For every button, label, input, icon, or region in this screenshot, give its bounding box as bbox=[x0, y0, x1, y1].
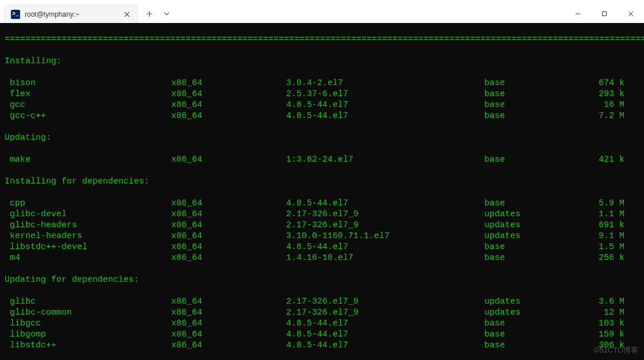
package-name: make bbox=[5, 154, 171, 165]
maximize-button[interactable] bbox=[591, 5, 618, 23]
package-row: gcc-c++x86_644.8.5-44.el7base7.2 M bbox=[5, 110, 639, 121]
package-row: libgccx86_644.8.5-44.el7base103 k bbox=[5, 318, 639, 329]
package-arch: x86_64 bbox=[171, 209, 286, 220]
package-arch: x86_64 bbox=[171, 198, 286, 209]
close-tab-button[interactable] bbox=[122, 10, 132, 19]
tab-dropdown-button[interactable] bbox=[159, 5, 175, 23]
package-repo: updates bbox=[484, 209, 593, 220]
package-arch: x86_64 bbox=[171, 318, 286, 329]
package-row: glibc-develx86_642.17-326.el7_9updates1.… bbox=[5, 209, 639, 220]
package-version: 2.5.37-6.el7 bbox=[286, 89, 484, 99]
package-row: gccx86_644.8.5-44.el7base16 M bbox=[5, 99, 639, 110]
svg-rect-0 bbox=[603, 12, 607, 16]
package-row: libstdc++x86_644.8.5-44.el7base306 k bbox=[5, 340, 639, 351]
package-version: 4.8.5-44.el7 bbox=[286, 198, 484, 209]
package-arch: x86_64 bbox=[171, 252, 286, 263]
package-name: bison bbox=[5, 78, 171, 89]
package-size: 293 k bbox=[593, 89, 639, 99]
package-version: 4.8.5-44.el7 bbox=[286, 110, 484, 121]
package-row: libstdc++-develx86_644.8.5-44.el7base1.5… bbox=[5, 242, 639, 252]
package-arch: x86_64 bbox=[171, 307, 286, 318]
package-size: 674 k bbox=[593, 78, 639, 89]
section-updating: Updating: bbox=[5, 132, 639, 143]
package-repo: base bbox=[484, 340, 593, 351]
package-size: 691 k bbox=[593, 220, 639, 231]
package-repo: base bbox=[484, 78, 593, 89]
package-repo: base bbox=[484, 99, 593, 110]
package-arch: x86_64 bbox=[171, 329, 286, 340]
package-arch: x86_64 bbox=[171, 231, 286, 242]
package-size: 421 k bbox=[593, 154, 639, 165]
package-repo: updates bbox=[484, 307, 593, 318]
tab-title: root@tymphany:~ bbox=[25, 10, 118, 18]
package-version: 1.4.16-10.el7 bbox=[286, 252, 484, 263]
package-arch: x86_64 bbox=[171, 110, 286, 121]
package-version: 4.8.5-44.el7 bbox=[286, 329, 484, 340]
package-version: 4.8.5-44.el7 bbox=[286, 99, 484, 110]
package-version: 4.8.5-44.el7 bbox=[286, 242, 484, 252]
package-repo: base bbox=[484, 110, 593, 121]
separator-line: ========================================… bbox=[5, 34, 639, 45]
package-repo: base bbox=[484, 329, 593, 340]
package-size: 3.6 M bbox=[593, 296, 639, 307]
package-name: glibc bbox=[5, 296, 171, 307]
new-tab-button[interactable] bbox=[140, 5, 159, 23]
package-version: 2.17-326.el7_9 bbox=[286, 209, 484, 220]
package-version: 2.17-326.el7_9 bbox=[286, 296, 484, 307]
package-row: makex86_641:3.82-24.el7base421 k bbox=[5, 154, 639, 165]
package-row: libgompx86_644.8.5-44.el7base159 k bbox=[5, 329, 639, 340]
package-row: glibcx86_642.17-326.el7_9updates3.6 M bbox=[5, 296, 639, 307]
package-row: cppx86_644.8.5-44.el7base5.9 M bbox=[5, 198, 639, 209]
package-version: 1:3.82-24.el7 bbox=[286, 154, 484, 165]
package-arch: x86_64 bbox=[171, 296, 286, 307]
package-size: 159 k bbox=[593, 329, 639, 340]
package-arch: x86_64 bbox=[171, 78, 286, 89]
package-repo: base bbox=[484, 242, 593, 252]
package-arch: x86_64 bbox=[171, 242, 286, 252]
window-controls bbox=[565, 5, 644, 23]
package-row: glibc-headersx86_642.17-326.el7_9updates… bbox=[5, 220, 639, 231]
package-row: bisonx86_643.0.4-2.el7base674 k bbox=[5, 78, 639, 89]
minimize-button[interactable] bbox=[565, 5, 591, 23]
package-size: 12 M bbox=[593, 307, 639, 318]
package-arch: x86_64 bbox=[171, 340, 286, 351]
titlebar: >_ root@tymphany:~ bbox=[0, 0, 644, 23]
package-size: 5.9 M bbox=[593, 198, 639, 209]
package-name: gcc bbox=[5, 99, 171, 110]
package-repo: base bbox=[484, 154, 593, 165]
package-repo: updates bbox=[484, 296, 593, 307]
package-size: 103 k bbox=[593, 318, 639, 329]
section-updating-deps: Updating for dependencies: bbox=[5, 274, 639, 285]
package-repo: base bbox=[484, 198, 593, 209]
package-version: 3.0.4-2.el7 bbox=[286, 78, 484, 89]
package-version: 2.17-326.el7_9 bbox=[286, 307, 484, 318]
package-version: 3.10.0-1160.71.1.el7 bbox=[286, 231, 484, 242]
tab-active[interactable]: >_ root@tymphany:~ bbox=[5, 5, 138, 23]
package-name: m4 bbox=[5, 252, 171, 263]
terminal-output[interactable]: ========================================… bbox=[0, 23, 644, 360]
package-size: 256 k bbox=[593, 252, 639, 263]
package-name: libgomp bbox=[5, 329, 171, 340]
package-version: 4.8.5-44.el7 bbox=[286, 318, 484, 329]
close-window-button[interactable] bbox=[618, 5, 644, 23]
package-version: 4.8.5-44.el7 bbox=[286, 340, 484, 351]
package-name: flex bbox=[5, 89, 171, 99]
package-name: glibc-common bbox=[5, 307, 171, 318]
package-name: glibc-devel bbox=[5, 209, 171, 220]
package-name: kernel-headers bbox=[5, 231, 171, 242]
package-repo: base bbox=[484, 318, 593, 329]
package-version: 2.17-326.el7_9 bbox=[286, 220, 484, 231]
package-size: 1.5 M bbox=[593, 242, 639, 252]
package-size: 1.1 M bbox=[593, 209, 639, 220]
package-name: libstdc++-devel bbox=[5, 242, 171, 252]
package-repo: base bbox=[484, 89, 593, 99]
package-name: cpp bbox=[5, 198, 171, 209]
package-repo: base bbox=[484, 252, 593, 263]
package-row: flexx86_642.5.37-6.el7base293 k bbox=[5, 89, 639, 99]
package-name: gcc-c++ bbox=[5, 110, 171, 121]
package-arch: x86_64 bbox=[171, 89, 286, 99]
section-installing-deps: Installing for dependencies: bbox=[5, 176, 639, 187]
section-installing: Installing: bbox=[5, 56, 639, 67]
package-size: 9.1 M bbox=[593, 231, 639, 242]
package-arch: x86_64 bbox=[171, 99, 286, 110]
